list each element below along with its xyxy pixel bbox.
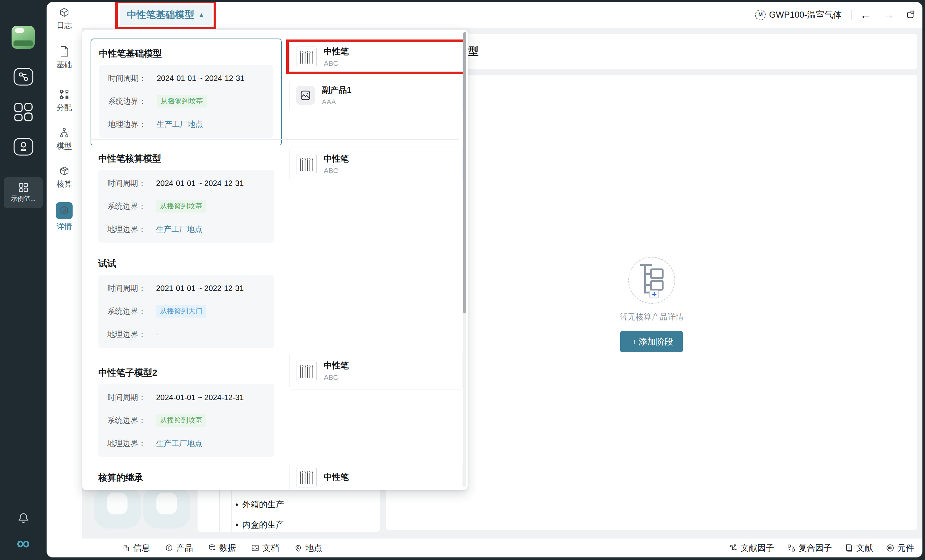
back-arrow-button[interactable]: ←	[860, 9, 871, 20]
header-bar: 中性笔基础模型 ▲ M GWP100-温室气体 ← →	[82, 2, 922, 28]
subnav-divider	[53, 83, 75, 83]
toolbar-item-compound-factor[interactable]: 复合因子	[787, 542, 832, 554]
subnav-item-detail[interactable]: 详情	[47, 202, 82, 232]
pens-thumbnail	[296, 47, 317, 67]
model-switcher-button[interactable]: 中性笔基础模型 ▲	[120, 5, 212, 26]
model-switcher-dropdown: 中性笔基础模型 时间周期： 2024-01-01 ~ 2024-12-31 系统…	[82, 30, 468, 490]
toolbar-item-component[interactable]: 元件	[886, 542, 914, 554]
dropdown-group-divider	[90, 349, 459, 349]
avatar-ground-decor	[14, 41, 33, 46]
geo-boundary-link[interactable]: 生产工厂地点	[157, 119, 203, 129]
app-window: 示例笔... ∞ 中性笔基础模型	[0, 0, 925, 560]
system-boundary-tag: 从摇篮到坟墓	[157, 95, 207, 108]
forward-arrow-button[interactable]: →	[883, 9, 894, 20]
period-value: 2024-01-01 ~ 2024-12-31	[157, 74, 244, 83]
brand-infinity-logo[interactable]: ∞	[17, 534, 30, 552]
apps-grid-icon[interactable]	[14, 102, 33, 123]
keyhole-icon[interactable]	[13, 137, 34, 157]
stage-item[interactable]: ♦ 内盒的生产	[235, 519, 284, 530]
empty-state-text: 暂无核算产品详情	[619, 312, 684, 322]
product-card[interactable]: 中性笔 ABC	[289, 146, 463, 182]
workspace-avatar[interactable]	[12, 26, 35, 49]
image-placeholder-icon	[296, 86, 315, 105]
subnav-item-allocation[interactable]: 分配	[47, 89, 82, 113]
subnav-item-accounting[interactable]: 核算	[47, 166, 82, 189]
subnav-item-model[interactable]: 模型	[47, 127, 82, 151]
model-card[interactable]: 中性笔核算模型 时间周期： 2024-01-01 ~ 2024-12-31 系统…	[90, 144, 282, 250]
model-card[interactable]: 中性笔子模型2 时间周期： 2024-01-01 ~ 2024-12-31 系统…	[90, 358, 282, 465]
model-card[interactable]: 核算的继承	[90, 463, 282, 490]
dropdown-group-divider	[90, 139, 459, 140]
stage-item[interactable]: ♦ 外箱的生产	[235, 499, 284, 510]
avatar-cloud-decor	[15, 28, 24, 33]
subnav-item-basic[interactable]: 基础	[47, 45, 82, 70]
subnav-item-log[interactable]: 日志	[47, 7, 82, 30]
add-stage-button[interactable]: ＋添加阶段	[620, 331, 683, 352]
caret-up-icon: ▲	[198, 11, 205, 19]
empty-state: 暂无核算产品详情 ＋添加阶段	[619, 257, 684, 352]
decor-shape	[143, 486, 190, 528]
notifications-bell-icon[interactable]	[17, 512, 30, 526]
dropdown-group-divider	[90, 243, 459, 243]
toolbar-item-product[interactable]: 产品	[165, 542, 193, 554]
diamond-bullet-icon: ♦	[235, 501, 238, 508]
bottom-toolbar: 信息 产品 数据	[82, 538, 922, 557]
toolbar-item-data[interactable]: 数据	[208, 542, 236, 554]
rail-item-example-pen[interactable]: 示例笔...	[4, 177, 43, 208]
detail-nut-icon	[56, 202, 72, 219]
left-rail: 示例笔... ∞	[0, 0, 47, 560]
toolbar-item-location[interactable]: 地点	[294, 542, 322, 554]
share-model-icon[interactable]	[13, 68, 34, 87]
model-info-box: 时间周期： 2024-01-01 ~ 2024-12-31 系统边界： 从摇篮到…	[98, 170, 274, 243]
header-divider	[851, 10, 852, 20]
detail-subnav: 日志 基础 分配	[47, 2, 82, 557]
pens-thumbnail	[296, 154, 317, 175]
product-card[interactable]: 中性笔	[289, 462, 463, 490]
toolbar-item-document[interactable]: 文档	[251, 542, 279, 554]
rail-item-label: 示例笔...	[11, 194, 36, 203]
open-external-icon[interactable]	[906, 10, 915, 20]
model-info-box: 时间周期： 2024-01-01 ~ 2024-12-31 系统边界： 从摇篮到…	[98, 384, 274, 457]
pens-thumbnail	[296, 467, 317, 488]
model-info-box: 时间周期： 2021-01-01 ~ 2022-12-31 系统边界： 从摇篮到…	[98, 275, 274, 348]
toolbar-item-info[interactable]: 信息	[122, 542, 150, 554]
dropdown-group-divider	[90, 455, 459, 455]
diamond-bullet-icon: ♦	[235, 521, 238, 528]
impact-method-badge-icon[interactable]: M	[755, 10, 766, 20]
stage-item-label: 外箱的生产	[242, 499, 284, 510]
empty-tree-illustration	[628, 257, 675, 304]
product-card[interactable]: 中性笔 ABC	[289, 42, 463, 72]
model-switcher-label: 中性笔基础模型	[127, 8, 194, 21]
main-panel: 中性笔基础模型 暂无核算产品详情 ＋添加阶段	[47, 2, 922, 557]
model-card[interactable]: 试试 时间周期： 2021-01-01 ~ 2022-12-31 系统边界： 从…	[90, 249, 282, 355]
model-card-selected[interactable]: 中性笔基础模型 时间周期： 2024-01-01 ~ 2024-12-31 系统…	[90, 39, 282, 146]
model-info-box: 时间周期： 2024-01-01 ~ 2024-12-31 系统边界： 从摇篮到…	[99, 65, 273, 138]
rail-divider	[8, 172, 39, 172]
dropdown-scrollbar-thumb[interactable]	[463, 32, 466, 313]
pens-thumbnail	[296, 361, 317, 381]
toolbar-item-literature-factor[interactable]: 文献因子	[729, 542, 774, 554]
impact-method-label[interactable]: GWP100-温室气体	[769, 9, 842, 21]
toolbar-item-literature[interactable]: 文献	[845, 542, 873, 554]
stage-item-label: 内盒的生产	[242, 519, 284, 530]
decor-shape	[94, 486, 141, 528]
product-card[interactable]: 副产品1 AAA	[289, 80, 463, 111]
product-card[interactable]: 中性笔 ABC	[289, 352, 463, 390]
